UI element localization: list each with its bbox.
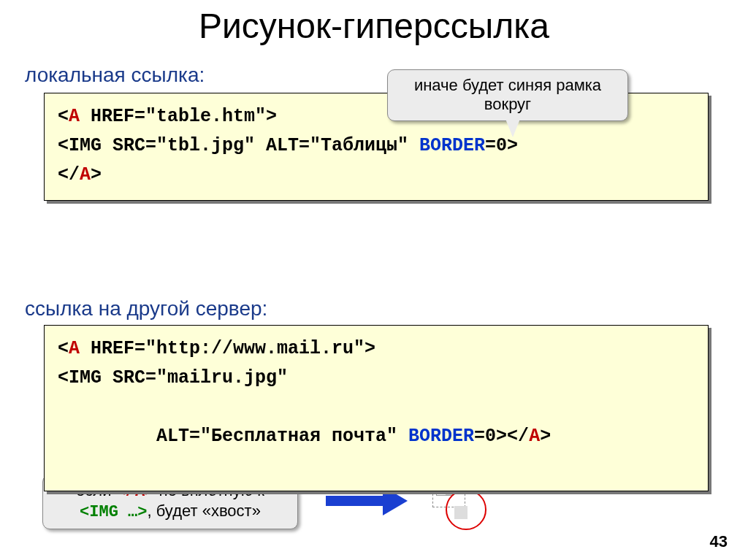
code-text: =0> <box>485 135 518 156</box>
callout-blue-border: иначе будет синяя рамка вокруг <box>387 69 628 121</box>
code-text: HREF="http://www.mail.ru"> <box>80 338 375 359</box>
code-text: > <box>540 426 551 447</box>
code-text: =0></ <box>474 426 529 447</box>
code-tag-a: A <box>529 426 540 447</box>
code-tag-a: A <box>69 338 80 359</box>
code-tag-a: A <box>69 106 80 127</box>
code-line: <A HREF="http://www.mail.ru"> <box>58 334 695 364</box>
code-text: > <box>91 164 102 185</box>
code-tag-a: A <box>80 164 91 185</box>
highlight-circle-icon <box>446 489 486 530</box>
code-text: < <box>58 106 69 127</box>
code-text: <IMG SRC="tbl.jpg" ALT="Таблицы" <box>58 135 419 156</box>
page-number: 43 <box>710 532 728 551</box>
code-text: </ <box>58 164 80 185</box>
code-attr-border: BORDER <box>419 135 485 156</box>
code-line: <IMG SRC="mailru.jpg" <box>58 364 695 393</box>
section-heading-local: локальная ссылка: <box>25 64 748 87</box>
callout-text: , будет «хвост» <box>148 502 261 520</box>
code-attr-border: BORDER <box>408 426 474 447</box>
code-text: ALT="Бесплатная почта" <box>102 426 408 447</box>
code-tag-img: <IMG …> <box>80 503 147 521</box>
code-line: ALT="Бесплатная почта" BORDER=0></A> <box>58 393 695 480</box>
code-line: <IMG SRC="tbl.jpg" ALT="Таблицы" BORDER=… <box>58 131 695 161</box>
code-text: < <box>58 338 69 359</box>
page-title: Рисунок-гиперссылка <box>0 0 748 46</box>
code-text: HREF="table.htm"> <box>80 106 277 127</box>
code-block-remote: <A HREF="http://www.mail.ru"> <IMG SRC="… <box>44 325 709 491</box>
section-heading-remote: ссылка на другой сервер: <box>25 297 748 321</box>
callout-pointer <box>504 115 522 137</box>
arrow-icon <box>326 491 406 506</box>
code-line: </A> <box>58 161 695 190</box>
